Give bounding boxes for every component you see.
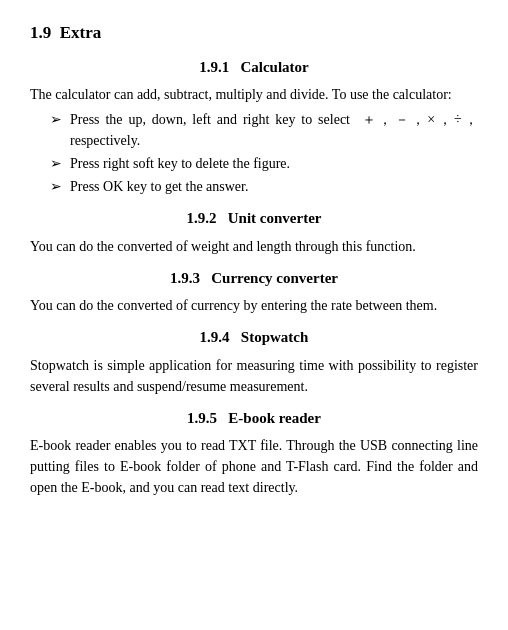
bullet-item-3: Press OK key to get the answer. (50, 176, 478, 197)
currency-converter-body: You can do the converted of currency by … (30, 295, 478, 316)
subsection-title-calculator: 1.9.1 Calculator (30, 56, 478, 79)
main-section-title: 1.9 Extra (30, 20, 478, 46)
subsection-1-9-3: 1.9.3 Currency converter You can do the … (30, 267, 478, 317)
calculator-bullet-list: Press the up, down, left and right key t… (50, 109, 478, 197)
ebook-reader-body: E-book reader enables you to read TXT fi… (30, 435, 478, 498)
subsection-1-9-5: 1.9.5 E-book reader E-book reader enable… (30, 407, 478, 499)
subsection-1-9-1: 1.9.1 Calculator The calculator can add,… (30, 56, 478, 198)
subsection-title-unit-converter: 1.9.2 Unit converter (30, 207, 478, 230)
subsection-title-currency-converter: 1.9.3 Currency converter (30, 267, 478, 290)
subsection-1-9-2: 1.9.2 Unit converter You can do the conv… (30, 207, 478, 257)
calculator-intro: The calculator can add, subtract, multip… (30, 84, 478, 105)
unit-converter-body: You can do the converted of weight and l… (30, 236, 478, 257)
subsection-title-ebook-reader: 1.9.5 E-book reader (30, 407, 478, 430)
bullet-item-1: Press the up, down, left and right key t… (50, 109, 478, 151)
stopwatch-body: Stopwatch is simple application for meas… (30, 355, 478, 397)
subsection-title-stopwatch: 1.9.4 Stopwatch (30, 326, 478, 349)
subsection-1-9-4: 1.9.4 Stopwatch Stopwatch is simple appl… (30, 326, 478, 397)
bullet-item-2: Press right soft key to delete the figur… (50, 153, 478, 174)
